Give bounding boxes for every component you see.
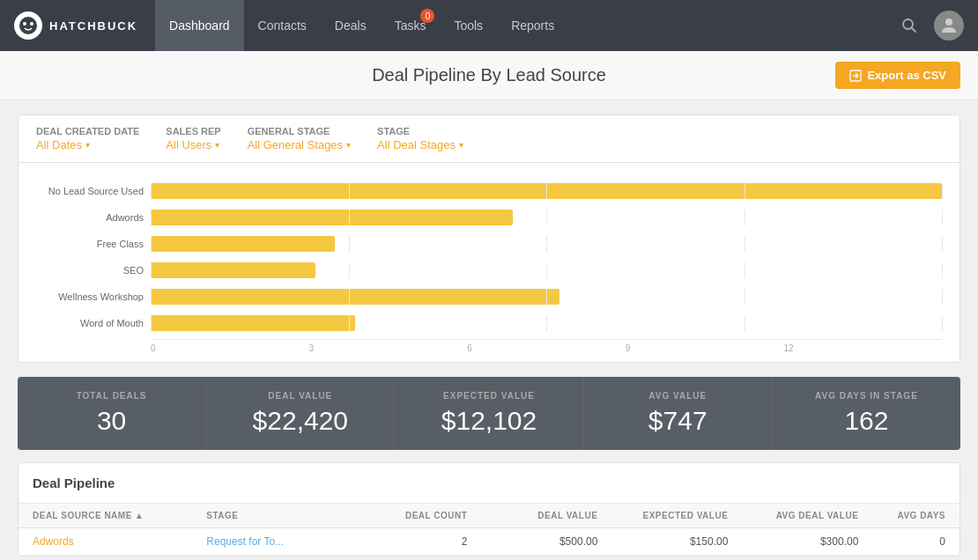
filter-general-stage-arrow: ▾ bbox=[346, 140, 351, 150]
chart-bar-label: Free Class bbox=[36, 239, 151, 249]
bar bbox=[151, 289, 559, 305]
nav-deals[interactable]: Deals bbox=[321, 0, 381, 51]
logo[interactable]: HATCHBUCK bbox=[14, 11, 137, 40]
filter-stage[interactable]: Stage All Deal Stages ▾ bbox=[377, 126, 463, 151]
filter-salesrep-value[interactable]: All Users ▾ bbox=[166, 138, 220, 151]
stat-item: TOTAL DEALS30 bbox=[18, 377, 206, 450]
tasks-badge: 0 bbox=[420, 9, 434, 23]
grid-line bbox=[745, 289, 745, 305]
axis-label: 12 bbox=[783, 343, 942, 353]
nav-contacts[interactable]: Contacts bbox=[244, 0, 321, 51]
bar-chart: No Lead Source UsedAdwordsFree ClassSEOW… bbox=[36, 181, 942, 339]
row-days: 0 bbox=[858, 535, 945, 548]
chart-bar-row: Wellness Workshop bbox=[36, 286, 942, 307]
filter-salesrep[interactable]: Sales Rep All Users ▾ bbox=[166, 126, 220, 151]
svg-point-0 bbox=[19, 17, 37, 34]
grid-line bbox=[942, 183, 943, 199]
row-count: 2 bbox=[381, 535, 468, 548]
bar bbox=[151, 315, 355, 331]
row-source: Adwords bbox=[33, 535, 206, 548]
col-source-header[interactable]: DEAL SOURCE NAME ▲ bbox=[33, 511, 206, 520]
svg-point-5 bbox=[945, 18, 952, 26]
chart-bar-row: SEO bbox=[36, 260, 942, 281]
col-avg-header: AVG DEAL VALUE bbox=[728, 511, 858, 520]
logo-text: HATCHBUCK bbox=[49, 19, 137, 33]
nav-dashboard[interactable]: Dashboard bbox=[155, 0, 244, 51]
chart-bar-row: Word of Mouth bbox=[36, 313, 942, 334]
chart-bar-label: Word of Mouth bbox=[36, 318, 151, 328]
axis-label: 3 bbox=[309, 343, 468, 353]
stat-label: DEAL VALUE bbox=[224, 391, 376, 401]
chart-bar-row: Free Class bbox=[36, 233, 942, 254]
grid-line bbox=[942, 289, 943, 305]
grid-line bbox=[745, 210, 745, 225]
nav-items: Dashboard Contacts Deals Tasks 0 Tools R… bbox=[155, 0, 895, 51]
filter-date-arrow: ▾ bbox=[85, 140, 90, 150]
bar bbox=[151, 262, 315, 278]
grid-line bbox=[942, 210, 943, 225]
filter-salesrep-label: Sales Rep bbox=[166, 126, 220, 136]
stat-label: AVG DAYS IN STAGE bbox=[790, 391, 943, 401]
grid-line bbox=[546, 262, 547, 278]
axis-label: 0 bbox=[151, 343, 309, 353]
filter-general-stage-label: General Stage bbox=[248, 126, 351, 136]
title-bar: Deal Pipeline By Lead Source Export as C… bbox=[0, 51, 978, 100]
user-avatar[interactable] bbox=[934, 11, 964, 41]
chart-axis: 036912 bbox=[151, 339, 942, 353]
page-title: Deal Pipeline By Lead Source bbox=[372, 65, 606, 85]
col-days-header: AVG DAYS bbox=[858, 511, 945, 520]
nav-right bbox=[895, 11, 964, 41]
col-count-header: DEAL COUNT bbox=[381, 511, 468, 520]
grid-line bbox=[942, 315, 943, 331]
chart-bar-label: Adwords bbox=[36, 212, 151, 223]
axis-label: 9 bbox=[626, 343, 784, 353]
bar bbox=[151, 236, 335, 252]
filter-stage-arrow: ▾ bbox=[459, 140, 463, 150]
stat-value: $12,102 bbox=[412, 406, 565, 436]
nav-reports[interactable]: Reports bbox=[497, 0, 568, 51]
filter-date-label: Deal Created Date bbox=[36, 126, 139, 136]
svg-point-1 bbox=[23, 22, 26, 26]
table-header: DEAL SOURCE NAME ▲ STAGE DEAL COUNT DEAL… bbox=[19, 504, 959, 528]
export-csv-button[interactable]: Export as CSV bbox=[835, 62, 960, 89]
svg-point-2 bbox=[30, 22, 33, 26]
search-icon[interactable] bbox=[895, 11, 923, 40]
grid-line bbox=[942, 236, 943, 252]
col-stage-header: STAGE bbox=[206, 511, 380, 520]
grid-line bbox=[349, 262, 350, 278]
row-value: $500.00 bbox=[467, 535, 597, 548]
logo-icon bbox=[14, 11, 42, 40]
grid-line bbox=[546, 236, 547, 252]
svg-line-4 bbox=[912, 28, 916, 33]
row-avg: $300.00 bbox=[728, 535, 858, 548]
chart-bar-label: Wellness Workshop bbox=[36, 291, 151, 302]
stat-label: EXPECTED VALUE bbox=[412, 391, 565, 401]
col-expected-header: EXPECTED VALUE bbox=[597, 511, 728, 520]
axis-label: 6 bbox=[467, 343, 626, 353]
stat-item: AVG DAYS IN STAGE162 bbox=[773, 377, 960, 450]
filter-salesrep-arrow: ▾ bbox=[215, 140, 219, 150]
filters-bar: Deal Created Date All Dates ▾ Sales Rep … bbox=[18, 114, 960, 163]
table-row: Adwords Request for To... 2 $500.00 $150… bbox=[19, 528, 959, 556]
chart-bar-label: SEO bbox=[36, 265, 151, 276]
chart-container: No Lead Source UsedAdwordsFree ClassSEOW… bbox=[18, 163, 960, 363]
grid-line bbox=[546, 315, 547, 331]
col-value-header: DEAL VALUE bbox=[467, 511, 597, 520]
bar bbox=[151, 210, 513, 225]
grid-line bbox=[546, 210, 547, 225]
filter-stage-value[interactable]: All Deal Stages ▾ bbox=[377, 138, 463, 151]
filter-date-value[interactable]: All Dates ▾ bbox=[36, 138, 139, 151]
stat-label: AVG VALUE bbox=[602, 391, 754, 401]
filter-date[interactable]: Deal Created Date All Dates ▾ bbox=[36, 126, 139, 151]
nav-tasks[interactable]: Tasks 0 bbox=[381, 0, 441, 51]
navbar: HATCHBUCK Dashboard Contacts Deals Tasks… bbox=[0, 0, 978, 51]
stat-value: $22,420 bbox=[224, 406, 376, 436]
row-stage[interactable]: Request for To... bbox=[206, 535, 380, 548]
row-expected: $150.00 bbox=[597, 535, 728, 548]
grid-line bbox=[942, 262, 943, 278]
filter-general-stage[interactable]: General Stage All General Stages ▾ bbox=[248, 126, 351, 151]
filter-general-stage-value[interactable]: All General Stages ▾ bbox=[248, 138, 351, 151]
nav-tools[interactable]: Tools bbox=[440, 0, 497, 51]
stat-label: TOTAL DEALS bbox=[35, 391, 188, 401]
grid-line bbox=[745, 315, 745, 331]
